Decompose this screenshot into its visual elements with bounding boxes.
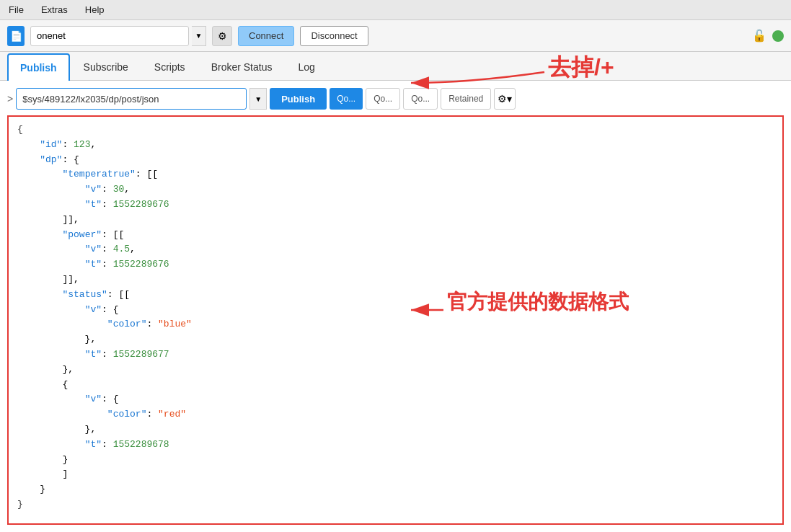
tab-publish[interactable]: Publish bbox=[7, 53, 70, 81]
code-line: "v": { bbox=[17, 303, 774, 318]
topic-input[interactable] bbox=[16, 88, 247, 110]
code-line: "v": 30, bbox=[17, 182, 774, 198]
tab-scripts[interactable]: Scripts bbox=[142, 53, 198, 81]
code-line: } bbox=[17, 453, 774, 468]
code-line: "temperatrue": [[ bbox=[17, 167, 774, 182]
main-content: > ▼ Publish Qo... Qo... Qo... Retained ⚙… bbox=[0, 81, 791, 532]
code-line: "dp": { bbox=[17, 153, 774, 168]
qos-button-0[interactable]: Qo... bbox=[330, 88, 363, 110]
code-area[interactable]: { "id": 123, "dp": { "temperatrue": [[ "… bbox=[7, 115, 784, 525]
code-line: "color": "blue" bbox=[17, 317, 774, 332]
code-line: "v": { bbox=[17, 392, 774, 407]
code-line: ]], bbox=[17, 272, 774, 288]
publish-settings-button[interactable]: ⚙▾ bbox=[494, 88, 516, 110]
code-line: }, bbox=[17, 422, 774, 438]
menu-file[interactable]: File bbox=[6, 3, 27, 17]
code-line: "t": 1552289676 bbox=[17, 198, 774, 213]
code-line: "t": 1552289678 bbox=[17, 438, 774, 453]
code-line: { bbox=[17, 378, 774, 393]
code-line: ]], bbox=[17, 213, 774, 228]
menu-bar: File Extras Help bbox=[0, 0, 791, 20]
code-line: "t": 1552289677 bbox=[17, 347, 774, 363]
code-line: "v": 4.5, bbox=[17, 242, 774, 257]
connection-input[interactable] bbox=[30, 26, 189, 46]
qos-button-2[interactable]: Qo... bbox=[403, 88, 438, 110]
topic-arrow: > bbox=[7, 93, 13, 105]
gear-button[interactable]: ⚙ bbox=[212, 26, 232, 46]
toolbar: 📄 ▼ ⚙ Connect Disconnect 🔓 bbox=[0, 20, 791, 52]
doc-icon[interactable]: 📄 bbox=[7, 26, 25, 46]
topic-row: > ▼ Publish Qo... Qo... Qo... Retained ⚙… bbox=[7, 88, 784, 110]
code-line: }, bbox=[17, 363, 774, 378]
code-line: } bbox=[17, 497, 774, 513]
retained-button[interactable]: Retained bbox=[441, 88, 491, 110]
code-line: "id": 123, bbox=[17, 138, 774, 153]
code-line: { bbox=[17, 123, 774, 138]
code-line: "color": "red" bbox=[17, 407, 774, 422]
tab-log[interactable]: Log bbox=[286, 53, 327, 81]
code-line: }, bbox=[17, 332, 774, 347]
lock-icon: 🔓 bbox=[752, 29, 766, 43]
topic-dropdown-arrow[interactable]: ▼ bbox=[249, 88, 267, 110]
tab-broker-status[interactable]: Broker Status bbox=[199, 53, 285, 81]
code-line: } bbox=[17, 482, 774, 497]
menu-help[interactable]: Help bbox=[82, 3, 107, 17]
code-line: "t": 1552289676 bbox=[17, 257, 774, 272]
disconnect-button[interactable]: Disconnect bbox=[300, 26, 368, 46]
qos-button-1[interactable]: Qo... bbox=[366, 88, 400, 110]
publish-button[interactable]: Publish bbox=[270, 88, 327, 110]
code-line: "status": [[ bbox=[17, 288, 774, 303]
menu-extras[interactable]: Extras bbox=[38, 3, 71, 17]
status-dot bbox=[772, 30, 784, 42]
connection-dropdown[interactable]: ▼ bbox=[192, 26, 206, 46]
tab-bar: Publish Subscribe Scripts Broker Status … bbox=[0, 52, 791, 81]
connect-button[interactable]: Connect bbox=[238, 26, 294, 46]
code-line: ] bbox=[17, 467, 774, 482]
code-line: "power": [[ bbox=[17, 228, 774, 243]
tab-subscribe[interactable]: Subscribe bbox=[71, 53, 141, 81]
